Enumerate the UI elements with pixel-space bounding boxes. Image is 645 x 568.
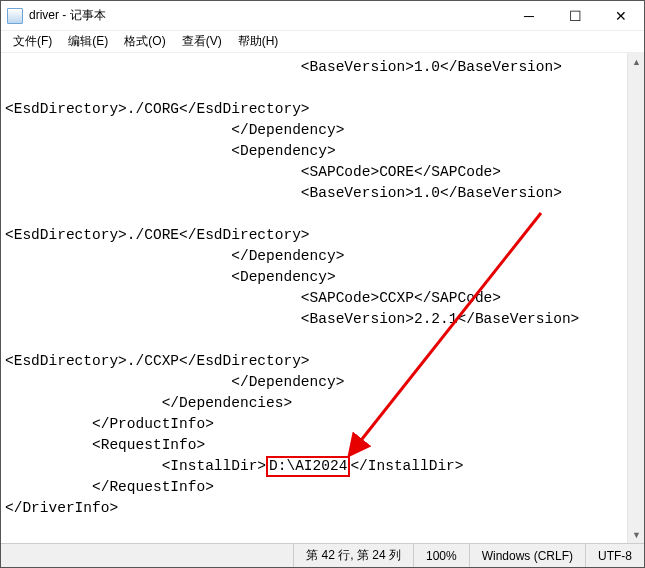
text-line: <BaseVersion>1.0</BaseVersion>	[5, 185, 562, 201]
status-position: 第 42 行, 第 24 列	[293, 544, 413, 567]
text-line: <Dependency>	[5, 143, 336, 159]
annotation-arrow	[331, 203, 561, 473]
text-line: <SAPCode>CORE</SAPCode>	[5, 164, 501, 180]
notepad-icon	[7, 8, 23, 24]
menu-view[interactable]: 查看(V)	[174, 31, 230, 52]
text-line: </InstallDir>	[350, 458, 463, 474]
text-line: </RequestInfo>	[5, 479, 214, 495]
statusbar: 第 42 行, 第 24 列 100% Windows (CRLF) UTF-8	[1, 543, 644, 567]
menubar: 文件(F) 编辑(E) 格式(O) 查看(V) 帮助(H)	[1, 31, 644, 53]
scroll-down-button[interactable]: ▼	[628, 526, 645, 543]
text-line: <InstallDir>	[5, 458, 266, 474]
status-encoding: UTF-8	[585, 544, 644, 567]
maximize-button[interactable]: ☐	[552, 1, 598, 31]
scroll-up-button[interactable]: ▲	[628, 53, 645, 70]
text-line: </Dependency>	[5, 122, 344, 138]
menu-edit[interactable]: 编辑(E)	[60, 31, 116, 52]
svg-line-0	[351, 213, 541, 453]
menu-file[interactable]: 文件(F)	[5, 31, 60, 52]
text-line: </DriverInfo>	[5, 500, 118, 516]
text-line: <SAPCode>CCXP</SAPCode>	[5, 290, 501, 306]
text-line: <RequestInfo>	[5, 437, 205, 453]
titlebar: driver - 记事本 ─ ☐ ✕	[1, 1, 644, 31]
highlighted-install-dir: D:\AI2024	[266, 456, 350, 477]
text-line: <Dependency>	[5, 269, 336, 285]
text-line: <BaseVersion>2.2.1</BaseVersion>	[5, 311, 579, 327]
menu-format[interactable]: 格式(O)	[116, 31, 173, 52]
text-line: <EsdDirectory>./CCXP</EsdDirectory>	[5, 353, 310, 369]
text-line: </Dependencies>	[5, 395, 292, 411]
close-button[interactable]: ✕	[598, 1, 644, 31]
status-zoom: 100%	[413, 544, 469, 567]
text-line: <BaseVersion>1.0</BaseVersion>	[5, 59, 562, 75]
menu-help[interactable]: 帮助(H)	[230, 31, 287, 52]
minimize-button[interactable]: ─	[506, 1, 552, 31]
status-eol: Windows (CRLF)	[469, 544, 585, 567]
vertical-scrollbar[interactable]: ▲ ▼	[627, 53, 644, 543]
text-line: </ProductInfo>	[5, 416, 214, 432]
text-line: <EsdDirectory>./CORG</EsdDirectory>	[5, 101, 310, 117]
window-title: driver - 记事本	[29, 7, 106, 24]
editor-content[interactable]: <BaseVersion>1.0</BaseVersion> <EsdDirec…	[1, 53, 644, 543]
text-line: </Dependency>	[5, 248, 344, 264]
text-line: </Dependency>	[5, 374, 344, 390]
text-line: <EsdDirectory>./CORE</EsdDirectory>	[5, 227, 310, 243]
